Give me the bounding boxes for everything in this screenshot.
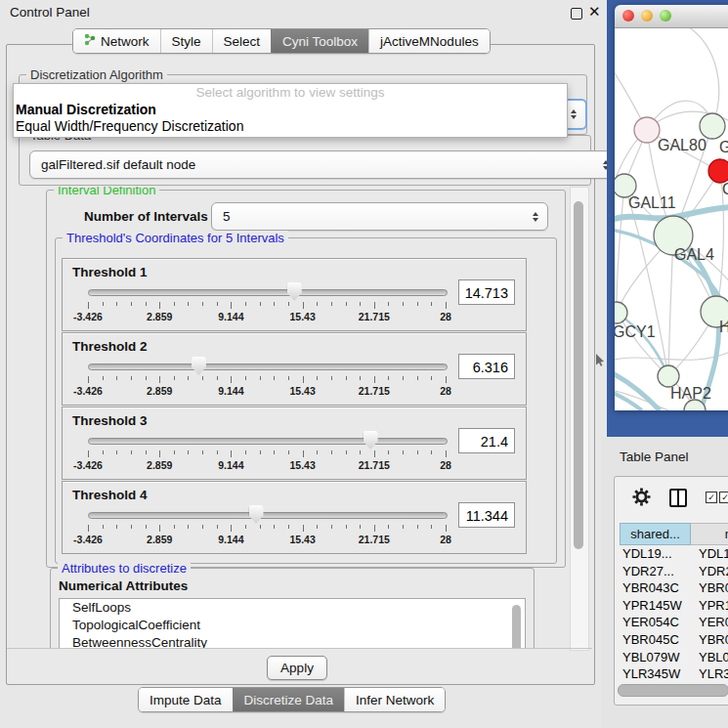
tick-label: 28	[440, 385, 451, 397]
algorithm-option-list: Manual DiscretizationEqual Width/Frequen…	[14, 102, 567, 135]
table-row[interactable]: YBL079WYBL0	[620, 649, 728, 666]
control-panel-title: Control Panel	[10, 5, 90, 20]
network-node-label: H	[719, 319, 728, 335]
slider-thumb[interactable]	[364, 431, 378, 450]
close-traffic-light[interactable]	[622, 10, 634, 21]
threshold-slider[interactable]: -3.4262.8599.14415.4321.71528	[88, 505, 446, 548]
tab-discretize-data[interactable]: Discretize Data	[233, 688, 345, 711]
table-row[interactable]: YPR145WYPR1	[620, 597, 728, 615]
attribute-list-item[interactable]: TopologicalCoefficient	[60, 617, 525, 634]
slider-track[interactable]	[88, 364, 448, 370]
network-window-titlebar[interactable]	[615, 5, 728, 28]
vertical-scrollbar-thumb[interactable]	[574, 201, 583, 549]
slider-tick-labels: -3.4262.8599.14415.4321.71528	[88, 311, 446, 322]
network-node-label: GAL80	[658, 137, 707, 153]
screen: Control Panel ✕ NetworkStyleSelectCyni T…	[0, 0, 728, 728]
algorithm-option[interactable]: Manual Discretization	[14, 102, 567, 118]
table-row[interactable]: YDL19...YDL1	[620, 545, 728, 563]
split-columns-icon[interactable]	[669, 489, 687, 507]
table-data-combo[interactable]: galFiltered.sif default node	[29, 150, 619, 179]
network-desktop-frame: GAL80GCGAL11GAL4GCY1HHAP2	[607, 0, 728, 437]
threshold-slider[interactable]: -3.4262.8599.14415.4321.71528	[88, 357, 446, 400]
vertical-scrollbar[interactable]	[570, 187, 589, 651]
checkbox-icon[interactable]: ✓	[706, 492, 717, 503]
threshold-slider[interactable]: -3.4262.8599.14415.4321.71528	[88, 282, 446, 325]
float-window-icon[interactable]	[571, 8, 582, 20]
table-row[interactable]: YBR043CYBR0	[620, 579, 728, 597]
network-node-label: HAP2	[670, 385, 711, 402]
mouse-cursor	[596, 354, 606, 371]
slider-track[interactable]	[88, 289, 448, 296]
network-node-label: C	[722, 181, 728, 197]
table-row[interactable]: YDR27...YDR2	[620, 563, 728, 580]
horizontal-scrollbar-thumb[interactable]	[618, 684, 728, 697]
slider-thumb[interactable]	[192, 357, 206, 375]
list-scrollbar-thumb[interactable]	[512, 605, 521, 649]
slider-ticks	[88, 376, 446, 384]
slider-thumb[interactable]	[249, 505, 264, 524]
tab-network[interactable]: Network	[73, 29, 160, 53]
table-row[interactable]: YLR345WYLR3	[620, 665, 728, 683]
slider-thumb[interactable]	[287, 282, 302, 301]
table-row[interactable]: YBR045CYBR0	[620, 631, 728, 649]
threshold-value-field[interactable]: 14.713	[458, 279, 515, 305]
tab-cyni-toolbox[interactable]: Cyni Toolbox	[271, 29, 368, 53]
tick-label: 9.144	[218, 385, 243, 397]
zoom-traffic-light[interactable]	[660, 10, 671, 21]
tab-impute-data[interactable]: Impute Data	[139, 688, 233, 711]
tick-label: 21.715	[359, 534, 390, 545]
tab-jactivemnodules[interactable]: jActiveMNodules	[368, 29, 490, 53]
threshold-label: Threshold 3	[72, 413, 148, 428]
network-node[interactable]	[634, 117, 660, 143]
slider-track[interactable]	[88, 512, 448, 519]
tick-label: 21.715	[359, 385, 390, 397]
algorithm-option[interactable]: Equal Width/Frequency Discretization	[14, 118, 567, 135]
network-node[interactable]	[700, 113, 725, 139]
tab-label: Discretize Data	[244, 693, 334, 707]
network-node-label: GAL4	[674, 246, 714, 263]
interval-definition-group-title: Interval Definition	[54, 187, 159, 197]
attribute-list-item[interactable]: BetweennessCentrality	[60, 634, 525, 649]
table-data-combo-value: galFiltered.sif default node	[41, 157, 195, 172]
table-rows: YDL19...YDL1YDR27...YDR2YBR043CYBR0YPR14…	[620, 545, 728, 700]
threshold-value-field[interactable]: 21.4	[458, 428, 515, 453]
network-canvas[interactable]: GAL80GCGAL11GAL4GCY1HHAP2	[615, 28, 728, 410]
tick-label: 15.43	[289, 534, 315, 545]
column-header-shared[interactable]: shared...	[620, 523, 691, 545]
tab-label: Impute Data	[150, 693, 222, 707]
numerical-attributes-list[interactable]: SelfLoopsTopologicalCoefficientBetweenne…	[59, 598, 526, 649]
close-icon[interactable]: ✕	[588, 3, 601, 21]
attribute-list-item[interactable]: SelfLoops	[60, 599, 525, 617]
tab-select[interactable]: Select	[212, 29, 272, 53]
tab-label: Infer Network	[356, 693, 434, 707]
network-node[interactable]	[658, 365, 679, 387]
threshold-slider[interactable]: -3.4262.8599.14415.4321.71528	[88, 431, 446, 474]
threshold-panel: Threshold 1 -3.4262.8599.14415.4321.7152…	[62, 258, 527, 331]
tick-label: 9.144	[218, 534, 243, 545]
tick-label: 2.859	[147, 385, 172, 397]
tab-label: Select	[224, 34, 261, 49]
network-node-selected[interactable]	[708, 159, 728, 183]
column-header-name[interactable]: n	[691, 523, 728, 545]
number-of-intervals-combo[interactable]: 5	[211, 202, 548, 231]
tab-infer-network[interactable]: Infer Network	[344, 688, 445, 711]
tick-label: 9.144	[218, 311, 243, 322]
stepper-arrows-icon	[533, 212, 538, 222]
tab-style[interactable]: Style	[160, 29, 212, 53]
attributes-group-title: Attributes to discretize	[58, 561, 191, 576]
table-header-row: shared... n	[620, 523, 728, 545]
apply-button[interactable]: Apply	[267, 656, 327, 680]
table-row[interactable]: YER054CYER0	[620, 614, 728, 631]
table-panel-region: Table Panel ✓ ✓ shared... n YDL19...YDL1…	[601, 437, 728, 728]
threshold-value-field[interactable]: 6.316	[458, 354, 515, 379]
minimize-traffic-light[interactable]	[641, 10, 653, 21]
tick-label: 9.144	[218, 459, 243, 471]
threshold-label: Threshold 2	[72, 339, 148, 354]
tick-label: 2.859	[147, 459, 172, 471]
checkbox-icon[interactable]: ✓	[719, 492, 728, 503]
slider-track[interactable]	[88, 438, 448, 445]
algorithm-combo-placeholder: Select algorithm to view settings	[14, 84, 567, 102]
gear-icon[interactable]	[632, 488, 651, 510]
threshold-value-field[interactable]: 11.344	[458, 502, 515, 528]
tick-label: 2.859	[147, 534, 172, 545]
